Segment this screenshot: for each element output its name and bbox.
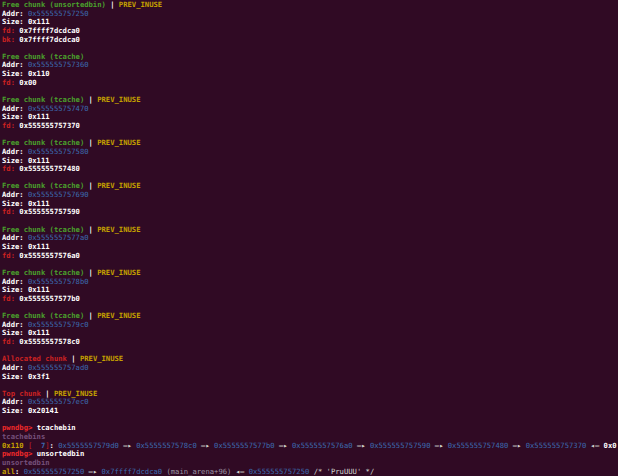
chain-address: 0x5555557576a0 [292,441,353,450]
addr-value: 0x555555757250 [28,9,89,18]
chunk-size-line: Size: 0x111 [2,113,618,122]
blank-line [2,416,618,425]
command-text: tcachebin [37,423,76,432]
prev-inuse-flag: PREV_INUSE [97,138,140,147]
terminal-screen[interactable]: Free chunk (unsortedbin) | PREV_INUSEAdd… [0,0,618,476]
fd-value: 0x5555557577b0 [19,294,80,303]
chunk-addr-line: Addr: 0x5555557577a0 [2,234,618,243]
addr-value: 0x555555757ad0 [28,363,89,372]
chunk-size-line: Size: 0x20141 [2,407,618,416]
prev-inuse-flag: PREV_INUSE [97,225,140,234]
chunk-header-line: Free chunk (unsortedbin) | PREV_INUSE [2,1,618,10]
chunk-fd-line: fd: 0x555555757370 [2,122,618,131]
chunk-size-line: Size: 0x3f1 [2,373,618,382]
addr-value: 0x555555757470 [28,104,89,113]
chunk-header-line: Free chunk (tcache) | PREV_INUSE [2,139,618,148]
size-label: Size: [2,156,24,165]
chain-address: 0x555555757250 [249,467,310,476]
size-value: 0x111 [28,328,50,337]
size-value: 0x111 [28,199,50,208]
bin-count: 7 [32,441,45,450]
addr-label: Addr: [2,9,24,18]
fd-value: 0x5555557578c0 [19,337,80,346]
addr-label: Addr: [2,147,24,156]
free-chunk-title: Free chunk (unsortedbin) [2,0,106,9]
size-label: Size: [2,242,24,251]
chunk-header-line: Free chunk (tcache) [2,53,618,62]
fd-value: 0x555555757370 [19,121,80,130]
arrow-right: —▸ [119,441,136,450]
arrow-left: ◂— [231,467,248,476]
symbol-annotation: (main_arena+96) [166,467,231,476]
bin-label: all [2,467,15,476]
free-chunk-title: Free chunk (tcache) [2,225,84,234]
fd-value: 0x555555757590 [19,207,80,216]
free-chunk-title: Free chunk (tcache) [2,52,84,61]
chunk-fd-line: fd: 0x5555557576a0 [2,252,618,261]
chunk-addr-line: Addr: 0x555555757ec0 [2,398,618,407]
top-chunk-title: Top chunk [2,389,41,398]
chunk-header-line: Allocated chunk | PREV_INUSE [2,355,618,364]
chain-address: 0x5555557577b0 [214,441,275,450]
size-value: 0x3f1 [28,372,50,381]
chunk-addr-line: Addr: 0x555555757690 [2,191,618,200]
chunk-addr-line: Addr: 0x555555757580 [2,148,618,157]
size-label: Size: [2,372,24,381]
chunk-fd-line: fd: 0x5555557577b0 [2,295,618,304]
fd-label: fd: [2,164,15,173]
chunk-fd-line: fd: 0x555555757480 [2,165,618,174]
free-chunk-title: Free chunk (tcache) [2,311,84,320]
arrow-left: ◂— [586,441,603,450]
fd-label: fd: [2,251,15,260]
size-value: 0x20141 [28,406,58,415]
fd-value: 0x5555557576a0 [19,251,80,260]
chunk-fd-line: fd: 0x5555557578c0 [2,338,618,347]
arrow-right: —▸ [84,467,101,476]
free-chunk-title: Free chunk (tcache) [2,181,84,190]
addr-value: 0x555555757580 [28,147,89,156]
chunk-header-line: Free chunk (tcache) | PREV_INUSE [2,182,618,191]
chunk-size-line: Size: 0x110 [2,70,618,79]
chain-address: 0x5555557579d0 [58,441,119,450]
string-comment: /* 'PruUUU' */ [314,467,375,476]
chunk-fd-line: fd: 0x00 [2,79,618,88]
chunk-addr-line: Addr: 0x5555557579c0 [2,321,618,330]
fd-label: fd: [2,121,15,130]
addr-label: Addr: [2,190,24,199]
prev-inuse-flag: PREV_INUSE [54,389,97,398]
size-label: Size: [2,285,24,294]
chain-terminator: 0x0 [604,441,617,450]
chunk-size-line: Size: 0x111 [2,286,618,295]
command-text: unsortedbin [37,449,85,458]
size-label: Size: [2,199,24,208]
chain-address: 0x7ffff7dcdca0 [102,467,163,476]
addr-label: Addr: [2,60,24,69]
tcachebins-chain-line: 0x110 [ 7]: 0x5555557579d0 —▸ 0x55555575… [2,442,618,451]
addr-value: 0x555555757ec0 [28,397,89,406]
free-chunk-title: Free chunk (tcache) [2,268,84,277]
prev-inuse-flag: PREV_INUSE [119,0,162,9]
size-label: Size: [2,112,24,121]
arrow-right: —▸ [353,441,370,450]
arrow-right: —▸ [197,441,214,450]
size-value: 0x111 [28,156,50,165]
size-value: 0x111 [28,242,50,251]
arrow-right: —▸ [508,441,525,450]
fd-label: fd: [2,337,15,346]
size-label: Size: [2,328,24,337]
fd-label: fd: [2,26,15,35]
size-value: 0x111 [28,285,50,294]
arrow-right: —▸ [430,441,447,450]
addr-label: Addr: [2,363,24,372]
chunk-addr-line: Addr: 0x555555757ad0 [2,364,618,373]
addr-value: 0x555555757690 [28,190,89,199]
size-label: Size: [2,17,24,26]
fd-value: 0x7ffff7dcdca0 [19,26,80,35]
chunk-addr-line: Addr: 0x5555557578b0 [2,278,618,287]
chunk-size-line: Size: 0x111 [2,18,618,27]
bk-value: 0x7ffff7dcdca0 [19,35,80,44]
chunk-header-line: Free chunk (tcache) | PREV_INUSE [2,312,618,321]
fd-label: fd: [2,207,15,216]
chunk-bk-line: bk: 0x7ffff7dcdca0 [2,36,618,45]
chain-address: 0x555555757250 [24,467,85,476]
